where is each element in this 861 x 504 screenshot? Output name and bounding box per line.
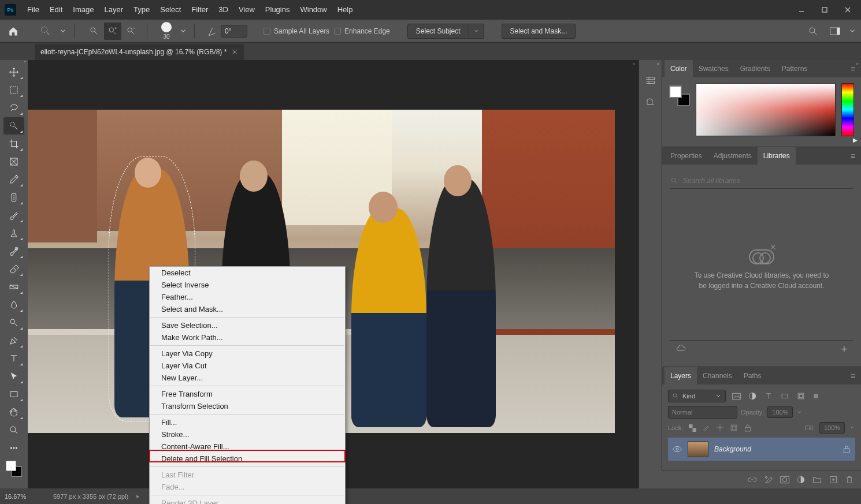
history-brush-tool[interactable]	[3, 242, 24, 260]
ctx-feather[interactable]: Feather...	[150, 291, 345, 303]
menu-window[interactable]: Window	[295, 0, 332, 20]
ctx-fill[interactable]: Fill...	[150, 416, 345, 428]
marquee-tool[interactable]	[3, 81, 24, 99]
filter-type-icon[interactable]	[763, 391, 774, 401]
tab-libraries[interactable]: Libraries	[758, 147, 796, 165]
brush-preview[interactable]: 30	[158, 22, 175, 40]
link-layers-icon[interactable]	[748, 475, 757, 484]
menu-3d[interactable]: 3D	[213, 0, 233, 20]
subtract-selection-mode[interactable]	[123, 23, 140, 40]
color-field[interactable]	[696, 83, 836, 136]
group-layers-icon[interactable]	[812, 475, 822, 484]
frame-tool[interactable]	[3, 153, 24, 170]
hue-expand-icon[interactable]: ▶	[853, 137, 858, 143]
type-tool[interactable]	[3, 350, 24, 367]
panel-menu-icon[interactable]: ≡	[847, 151, 859, 160]
pen-tool[interactable]	[3, 332, 24, 349]
edit-toolbar[interactable]	[3, 439, 24, 457]
layer-style-icon[interactable]	[764, 475, 773, 484]
document-tab[interactable]: eliott-reyna-jCEpN62oWL4-unsplash.jpg @ …	[35, 44, 244, 60]
brush-tool[interactable]	[3, 207, 24, 224]
delete-layer-icon[interactable]	[845, 475, 854, 484]
blur-tool[interactable]	[3, 296, 24, 313]
quick-selection-tool[interactable]	[3, 117, 24, 135]
adjustment-layer-icon[interactable]	[796, 475, 806, 484]
lock-transparency-icon[interactable]	[688, 423, 697, 432]
close-tab-icon[interactable]	[231, 48, 238, 55]
panels-expand-icon[interactable]: »	[856, 61, 859, 66]
home-button[interactable]	[5, 23, 22, 40]
tab-swatches[interactable]: Swatches	[693, 60, 734, 77]
eraser-tool[interactable]	[3, 260, 24, 278]
ctx-delete-and-fill-selection[interactable]: Delete and Fill Selection	[150, 453, 345, 465]
ctx-layer-via-copy[interactable]: Layer Via Copy	[150, 348, 345, 360]
path-selection-tool[interactable]	[3, 368, 24, 385]
crop-tool[interactable]	[3, 135, 24, 152]
window-maximize[interactable]	[814, 2, 836, 18]
fill-input[interactable]: 100%	[819, 422, 845, 434]
ctx-save-selection[interactable]: Save Selection...	[150, 319, 345, 331]
add-selection-mode[interactable]	[104, 23, 121, 40]
ctx-free-transform[interactable]: Free Transform	[150, 388, 345, 400]
filter-smart-icon[interactable]	[795, 391, 807, 401]
collapsed-panel-icon-1[interactable]	[645, 75, 656, 87]
lasso-tool[interactable]	[3, 99, 24, 117]
menu-file[interactable]: File	[22, 0, 44, 20]
chevron-down-icon[interactable]	[849, 425, 855, 431]
eyedropper-tool[interactable]	[3, 171, 24, 188]
zoom-level[interactable]: 16.67%	[5, 493, 45, 500]
hand-tool[interactable]	[3, 404, 24, 421]
layer-background[interactable]: Background	[668, 438, 855, 461]
brush-angle-icon[interactable]	[204, 24, 217, 38]
gradient-tool[interactable]	[3, 278, 24, 296]
ctx-transform-selection[interactable]: Transform Selection	[150, 400, 345, 412]
canvas-expand-icon[interactable]: «	[633, 61, 635, 66]
healing-brush-tool[interactable]	[3, 189, 24, 206]
color-swatches[interactable]	[6, 461, 22, 477]
menu-filter[interactable]: Filter	[186, 0, 213, 20]
ctx-layer-via-cut[interactable]: Layer Via Cut	[150, 360, 345, 372]
ctx-select-inverse[interactable]: Select Inverse	[150, 279, 345, 291]
collapsed-panel-expand[interactable]: »	[657, 61, 659, 66]
tab-color[interactable]: Color	[665, 60, 693, 77]
new-library-button[interactable]: +	[841, 344, 847, 356]
brush-angle-input[interactable]: 0°	[221, 25, 247, 38]
sample-all-layers-checkbox[interactable]: Sample All Layers	[264, 27, 329, 35]
move-tool[interactable]	[3, 64, 24, 81]
menu-type[interactable]: Type	[128, 0, 155, 20]
rectangle-tool[interactable]	[3, 386, 24, 403]
workspace-chevron[interactable]	[848, 27, 856, 35]
filter-shape-icon[interactable]	[779, 391, 791, 401]
clone-stamp-tool[interactable]	[3, 225, 24, 242]
lock-position-icon[interactable]	[715, 423, 725, 432]
filter-adjustment-icon[interactable]	[747, 391, 758, 401]
select-and-mask-button[interactable]: Select and Mask...	[502, 24, 576, 39]
new-layer-icon[interactable]	[829, 475, 838, 484]
quick-select-icon[interactable]	[37, 23, 54, 40]
libraries-search[interactable]	[670, 173, 853, 189]
ctx-stroke[interactable]: Stroke...	[150, 428, 345, 440]
menu-plugins[interactable]: Plugins	[260, 0, 295, 20]
menu-layer[interactable]: Layer	[99, 0, 129, 20]
opacity-input[interactable]: 100%	[767, 406, 793, 418]
tab-properties[interactable]: Properties	[665, 147, 708, 165]
hue-slider[interactable]	[841, 83, 854, 136]
tab-gradients[interactable]: Gradients	[734, 60, 776, 77]
zoom-tool[interactable]	[3, 421, 24, 439]
visibility-icon[interactable]	[673, 445, 682, 454]
window-close[interactable]	[837, 2, 859, 18]
dodge-tool[interactable]	[3, 314, 24, 331]
tab-adjustments[interactable]: Adjustments	[708, 147, 758, 165]
filter-pixel-icon[interactable]	[730, 391, 742, 401]
menu-image[interactable]: Image	[68, 0, 99, 20]
chevron-down-icon[interactable]	[796, 409, 802, 415]
panel-menu-icon[interactable]: ≡	[847, 371, 859, 380]
search-icon[interactable]	[804, 23, 822, 40]
window-minimize[interactable]	[791, 2, 812, 18]
ctx-deselect[interactable]: Deselect	[150, 267, 345, 279]
tab-paths[interactable]: Paths	[738, 367, 767, 384]
cloud-sync-icon[interactable]	[676, 345, 686, 355]
tab-channels[interactable]: Channels	[697, 367, 738, 384]
ctx-content-aware-fill[interactable]: Content-Aware Fill...	[150, 440, 345, 453]
document-dimensions[interactable]: 5977 px x 3355 px (72 ppi)	[53, 493, 128, 500]
